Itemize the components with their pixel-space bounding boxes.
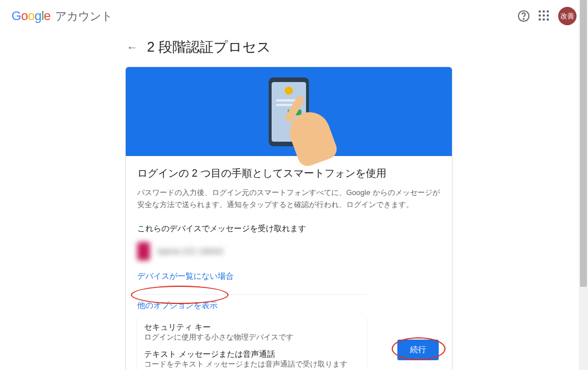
option-security-key[interactable]: セキュリティ キー ログインに使用する小さな物理デバイスです <box>144 320 367 347</box>
section-description: パスワードの入力後、ログイン元のスマートフォンすべてに、Google からのメッ… <box>137 187 440 211</box>
device-name: Xperia XZ1 G8342 <box>157 247 223 256</box>
options-list: セキュリティ キー ログインに使用する小さな物理デバイスです テキスト メッセー… <box>137 317 367 370</box>
phone-icon <box>137 242 150 260</box>
option-desc: ログインに使用する小さな物理デバイスです <box>144 333 367 342</box>
svg-point-1 <box>523 18 524 19</box>
header-right: 改善 <box>517 7 577 25</box>
header-left: Google アカウント <box>11 9 113 24</box>
options-dropdown: 他のオプションを表示 セキュリティ キー ログインに使用する小さな物理デバイスで… <box>137 294 367 370</box>
page-title-row: ← 2 段階認証プロセス <box>0 32 588 67</box>
option-desc: コードをテキスト メッセージまたは音声通話で受け取ります <box>144 360 367 369</box>
apps-grid-icon[interactable] <box>539 10 550 22</box>
hero-illustration <box>126 67 452 156</box>
device-item: Xperia XZ1 G8342 <box>137 242 440 260</box>
option-title: テキスト メッセージまたは音声通話 <box>144 349 367 360</box>
option-title: セキュリティ キー <box>144 322 367 333</box>
avatar[interactable]: 改善 <box>558 7 577 25</box>
help-icon[interactable] <box>517 9 531 23</box>
option-sms-voice[interactable]: テキスト メッセージまたは音声通話 コードをテキスト メッセージまたは音声通話で… <box>144 347 367 370</box>
section-title: ログインの 2 つ目の手順としてスマートフォンを使用 <box>137 166 440 180</box>
continue-button[interactable]: 続行 <box>397 340 439 360</box>
options-toggle[interactable]: 他のオプションを表示 <box>137 295 367 317</box>
google-logo[interactable]: Google <box>11 9 51 24</box>
device-not-listed-link[interactable]: デバイスが一覧にない場合 <box>137 271 234 282</box>
card-content: ログインの 2 つ目の手順としてスマートフォンを使用 パスワードの入力後、ログイ… <box>126 156 452 370</box>
scrollbar-thumb[interactable] <box>580 0 587 287</box>
devices-label: これらのデバイスでメッセージを受け取れます <box>137 224 440 234</box>
main-card: ログインの 2 つ目の手順としてスマートフォンを使用 パスワードの入力後、ログイ… <box>125 67 452 370</box>
page-title: 2 段階認証プロセス <box>147 38 271 56</box>
scrollbar-track[interactable] <box>579 0 588 370</box>
app-header: Google アカウント 改善 <box>0 0 588 32</box>
account-label: アカウント <box>55 9 113 24</box>
phone-illustration <box>269 77 309 146</box>
back-arrow-icon[interactable]: ← <box>126 41 138 54</box>
